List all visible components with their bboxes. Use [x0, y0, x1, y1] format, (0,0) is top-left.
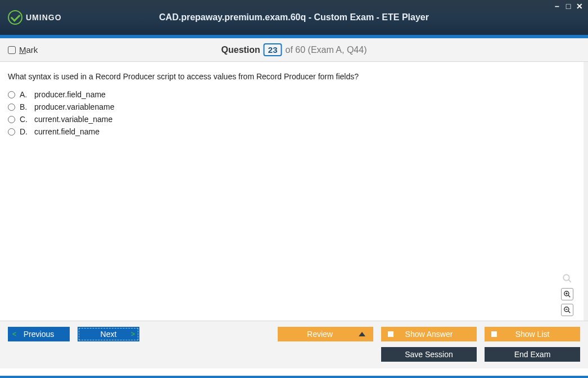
bottom-accent [0, 376, 588, 378]
option-letter: B. [20, 102, 30, 111]
option-c[interactable]: C. current.variable_name [8, 115, 576, 124]
option-letter: D. [20, 127, 30, 136]
zoom-in-button[interactable] [561, 288, 573, 300]
minimize-button[interactable]: – [553, 2, 561, 10]
svg-point-0 [563, 274, 569, 281]
search-icon[interactable] [561, 272, 573, 285]
radio-icon[interactable] [8, 104, 15, 111]
option-letter: A. [20, 90, 30, 99]
show-answer-button[interactable]: Show Answer [381, 327, 477, 341]
save-session-button[interactable]: Save Session [381, 347, 477, 362]
mark-checkbox[interactable] [8, 46, 16, 54]
radio-icon[interactable] [8, 91, 15, 98]
review-button[interactable]: Review [278, 327, 373, 341]
maximize-button[interactable]: □ [564, 2, 572, 10]
logo-text: UMINGO [26, 13, 62, 22]
radio-icon[interactable] [8, 128, 15, 136]
option-text: producer.field_name [34, 90, 106, 99]
window-title: CAD.prepaway.premium.exam.60q - Custom E… [159, 12, 429, 22]
mark-label: Mark [19, 45, 38, 55]
question-text: What syntax is used in a Record Producer… [8, 72, 576, 81]
previous-button[interactable]: < Previous [8, 327, 70, 341]
option-text: current.field_name [34, 127, 99, 136]
question-label: Question [221, 45, 260, 55]
question-indicator: Question 23 of 60 (Exam A, Q44) [221, 43, 367, 56]
app-logo: UMINGO [8, 10, 62, 25]
zoom-out-button[interactable] [561, 304, 573, 316]
radio-icon[interactable] [8, 116, 15, 123]
footer: < Previous Next > Review Show Answer Sho… [0, 321, 588, 368]
mark-checkbox-wrap[interactable]: Mark [8, 45, 38, 55]
option-a[interactable]: A. producer.field_name [8, 90, 576, 99]
svg-line-3 [568, 295, 571, 298]
option-d[interactable]: D. current.field_name [8, 127, 576, 136]
zoom-controls [561, 272, 573, 316]
option-letter: C. [20, 115, 30, 124]
options-list: A. producer.field_name B. producer.varia… [8, 90, 576, 136]
triangle-up-icon [359, 332, 365, 336]
stop-icon [491, 331, 497, 337]
titlebar: UMINGO CAD.prepaway.premium.exam.60q - C… [0, 0, 588, 35]
option-text: current.variable_name [34, 115, 112, 124]
show-list-button[interactable]: Show List [485, 327, 580, 341]
next-button[interactable]: Next > [78, 327, 139, 341]
chevron-right-icon: > [131, 330, 135, 338]
window-controls: – □ ✕ [553, 2, 584, 10]
stop-icon [388, 331, 393, 337]
end-exam-button[interactable]: End Exam [485, 347, 580, 362]
question-context: of 60 (Exam A, Q44) [286, 45, 367, 55]
option-b[interactable]: B. producer.variablename [8, 102, 576, 111]
chevron-left-icon: < [12, 330, 16, 338]
question-bar: Mark Question 23 of 60 (Exam A, Q44) [0, 38, 588, 62]
option-text: producer.variablename [34, 102, 114, 111]
checkmark-icon [8, 10, 22, 25]
close-button[interactable]: ✕ [576, 2, 584, 10]
question-content: What syntax is used in a Record Producer… [0, 62, 588, 321]
question-number: 23 [264, 43, 282, 56]
svg-line-1 [568, 280, 571, 282]
svg-line-7 [568, 311, 571, 313]
